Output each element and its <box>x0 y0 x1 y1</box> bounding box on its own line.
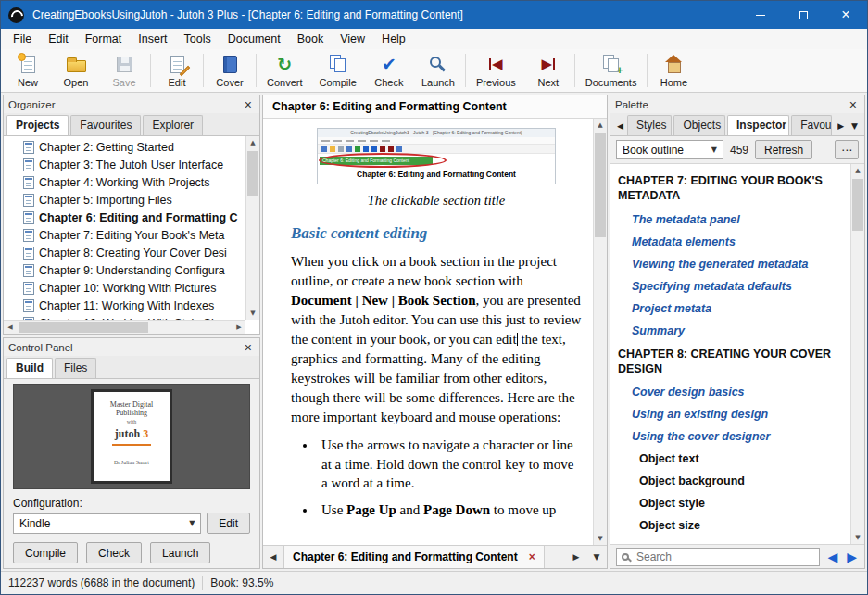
scroll-left-icon[interactable]: ◀ <box>4 321 17 334</box>
tree-item[interactable]: Chapter 4: Working With Projects <box>4 173 245 191</box>
scrollbar-thumb[interactable] <box>595 133 606 237</box>
open-button[interactable]: Open <box>52 50 100 91</box>
save-button[interactable]: Save <box>100 50 148 91</box>
menu-document[interactable]: Document <box>220 29 289 49</box>
tree-item[interactable]: Chapter 10: Working With Pictures <box>4 279 245 297</box>
scrollbar-thumb[interactable] <box>852 179 863 231</box>
home-button[interactable]: Home <box>649 50 698 91</box>
close-button[interactable]: × <box>824 1 867 29</box>
launch-action-button[interactable]: Launch <box>150 542 210 563</box>
outline-item-subsection[interactable]: Object size <box>610 514 850 537</box>
tree-vertical-scrollbar[interactable]: ▲ ▼ <box>245 136 259 320</box>
palette-close-button[interactable]: × <box>847 98 860 111</box>
menu-book[interactable]: Book <box>289 29 333 49</box>
scroll-down-icon[interactable]: ▼ <box>246 307 259 320</box>
scroll-up-icon[interactable]: ▲ <box>246 136 259 149</box>
tree-item[interactable]: Chapter 9: Understanding Configura <box>4 261 245 279</box>
compile-button[interactable]: Compile <box>311 50 365 91</box>
menu-file[interactable]: File <box>5 29 40 49</box>
tab-list-dropdown-icon[interactable]: ▼ <box>586 552 607 562</box>
tab-files[interactable]: Files <box>55 358 96 378</box>
check-action-button[interactable]: Check <box>86 542 142 563</box>
outline-item-section[interactable]: The metadata panel <box>610 209 850 231</box>
tab-projects[interactable]: Projects <box>6 115 69 135</box>
refresh-button[interactable]: Refresh <box>755 140 812 159</box>
outline-item-section[interactable]: Using the cover designer <box>610 425 850 448</box>
next-button[interactable]: ▶ Next <box>524 50 572 91</box>
search-input[interactable] <box>636 551 814 563</box>
search-field[interactable] <box>616 548 820 566</box>
menu-view[interactable]: View <box>332 29 373 49</box>
outline-type-select[interactable]: Book outline ▼ <box>616 140 723 159</box>
check-button[interactable]: ✔ Check <box>365 50 413 91</box>
scrollbar-thumb[interactable] <box>247 151 258 196</box>
scroll-down-icon[interactable]: ▼ <box>851 531 864 544</box>
menu-insert[interactable]: Insert <box>130 29 175 49</box>
menu-format[interactable]: Format <box>77 29 131 49</box>
launch-button[interactable]: Launch <box>413 50 463 91</box>
maximize-button[interactable] <box>782 1 824 29</box>
tabs-dropdown-icon[interactable]: ▼ <box>848 121 862 135</box>
document-tab[interactable]: Chapter 6: Editing and Formatting Conten… <box>283 546 545 568</box>
tab-build[interactable]: Build <box>6 358 53 378</box>
tree-horizontal-scrollbar[interactable]: ◀ ▶ <box>4 320 245 334</box>
menu-tools[interactable]: Tools <box>176 29 220 49</box>
tab-favourites[interactable]: Favou <box>791 115 832 135</box>
compile-action-button[interactable]: Compile <box>13 542 78 563</box>
scrollbar-thumb[interactable] <box>19 322 148 333</box>
outline-vertical-scrollbar[interactable]: ▲ ▼ <box>850 164 864 544</box>
scroll-up-icon[interactable]: ▲ <box>594 119 607 132</box>
outline-item-subsection[interactable]: Object background <box>610 470 850 492</box>
tab-favourites[interactable]: Favourites <box>70 115 141 135</box>
documents-button[interactable]: + Documents <box>577 50 646 91</box>
tab-inspector[interactable]: Inspector <box>727 115 789 135</box>
outline-item-section[interactable]: Using an existing design <box>610 403 850 425</box>
scroll-up-icon[interactable]: ▲ <box>851 164 864 177</box>
scroll-down-icon[interactable]: ▼ <box>594 532 607 545</box>
outline-item-section[interactable]: Metadata elements <box>610 231 850 253</box>
tabs-scroll-left-icon[interactable]: ◀ <box>613 121 627 135</box>
new-button[interactable]: New <box>4 50 52 91</box>
tree-item[interactable]: Chapter 8: Creating Your Cover Desi <box>4 244 245 261</box>
edit-configuration-button[interactable]: Edit <box>207 513 250 534</box>
outline-item-chapter[interactable]: CHAPTER 8: CREATING YOUR COVER DESIGN <box>610 342 850 382</box>
organizer-close-button[interactable]: × <box>242 98 255 111</box>
tab-scroll-left-icon[interactable]: ◀ <box>263 552 283 562</box>
outline-item-section[interactable]: Project metata <box>610 298 850 320</box>
document-content[interactable]: CreatingEbooksUsingJutoh3 - Jutoh 3 - [C… <box>263 119 593 545</box>
scroll-right-icon[interactable]: ▶ <box>233 321 245 334</box>
edit-button[interactable]: Edit <box>153 50 201 91</box>
menu-help[interactable]: Help <box>373 29 414 49</box>
tree-item[interactable]: Chapter 11: Working With Indexes <box>4 297 245 314</box>
outline-item-section[interactable]: Cover design basics <box>610 381 850 403</box>
tab-styles[interactable]: Styles <box>627 115 673 135</box>
body-paragraph[interactable]: When you click on a book section in the … <box>291 252 582 427</box>
tab-objects[interactable]: Objects <box>673 115 725 135</box>
bullet-item[interactable]: Use Page Up and Page Down to move up <box>317 500 582 520</box>
menu-edit[interactable]: Edit <box>40 29 77 49</box>
bullet-item[interactable]: Use the arrows to navigate a character o… <box>317 436 582 493</box>
tree-item[interactable]: Chapter 2: Getting Started <box>4 138 245 156</box>
tabs-scroll-right-icon[interactable]: ▶ <box>834 121 848 135</box>
cover-button[interactable]: Cover <box>206 50 254 91</box>
outline-item-subsection[interactable]: Object style <box>610 492 850 514</box>
convert-button[interactable]: ↻ Convert <box>258 50 311 91</box>
minimize-button[interactable] <box>739 1 782 29</box>
configuration-select[interactable]: Kindle ▼ <box>13 513 201 534</box>
tab-explorer[interactable]: Explorer <box>143 115 203 135</box>
tree-item[interactable]: Chapter 3: The Jutoh User Interface <box>4 156 245 173</box>
tree-item[interactable]: Chapter 7: Editing Your Book's Meta <box>4 226 245 244</box>
tree-item[interactable]: Chapter 5: Importing Files <box>4 191 245 209</box>
control-panel-close-button[interactable]: × <box>242 341 255 354</box>
find-previous-icon[interactable]: ◀ <box>825 550 839 564</box>
outline-item-chapter[interactable]: CHAPTER 7: EDITING YOUR BOOK'S METADATA <box>610 169 850 209</box>
find-next-icon[interactable]: ▶ <box>845 550 859 564</box>
tab-scroll-right-icon[interactable]: ▶ <box>566 552 586 562</box>
previous-button[interactable]: ◀ Previous <box>468 50 524 91</box>
outline-item-section[interactable]: Viewing the generated metadata <box>610 253 850 275</box>
document-vertical-scrollbar[interactable]: ▲ ▼ <box>593 119 607 545</box>
outline-item-subsection[interactable]: Object text <box>610 448 850 470</box>
outline-item-section[interactable]: Specifying metadata defaults <box>610 275 850 298</box>
tab-close-icon[interactable]: × <box>529 551 535 563</box>
more-options-button[interactable]: ⋯ <box>835 140 859 159</box>
